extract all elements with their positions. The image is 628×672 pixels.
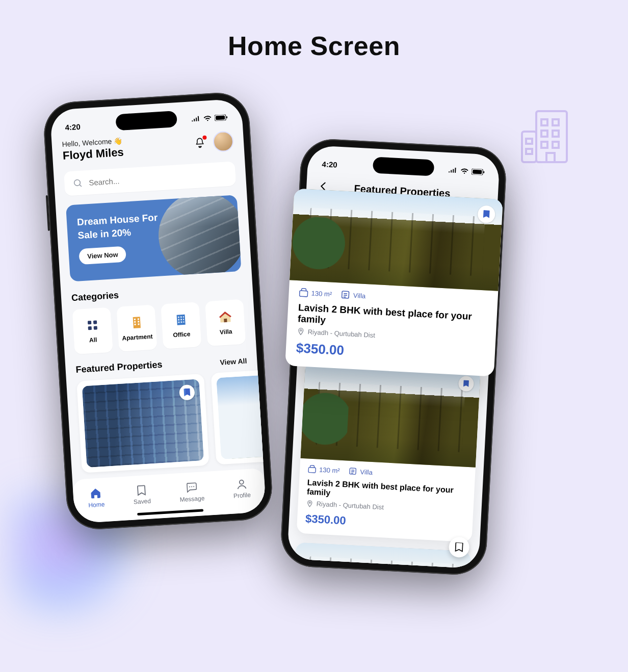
bookmark-icon xyxy=(136,484,147,496)
svg-point-49 xyxy=(300,329,302,331)
category-label: Villa xyxy=(220,328,232,335)
svg-rect-8 xyxy=(546,153,555,162)
svg-rect-5 xyxy=(553,131,559,137)
svg-rect-32 xyxy=(183,319,184,320)
svg-rect-2 xyxy=(541,119,547,125)
type-chip: Villa xyxy=(349,467,373,476)
svg-rect-42 xyxy=(473,170,482,174)
signal-icon xyxy=(191,116,201,122)
svg-point-46 xyxy=(309,502,310,503)
svg-point-38 xyxy=(191,486,192,487)
svg-rect-20 xyxy=(134,319,135,320)
status-time: 4:20 xyxy=(322,160,337,169)
type-chip: Villa xyxy=(341,290,366,301)
svg-rect-44 xyxy=(308,468,316,473)
category-all[interactable]: All xyxy=(72,307,113,354)
battery-icon xyxy=(472,169,485,175)
bookmark-icon xyxy=(455,542,463,552)
svg-rect-12 xyxy=(216,115,225,120)
svg-point-39 xyxy=(193,486,194,487)
promo-banner: Dream House For Sale in 20% View Now xyxy=(66,195,242,281)
category-label: Office xyxy=(173,330,191,339)
svg-rect-23 xyxy=(138,321,139,322)
svg-point-37 xyxy=(189,486,190,487)
svg-point-40 xyxy=(239,480,243,484)
promo-image xyxy=(156,195,241,281)
svg-rect-30 xyxy=(178,319,179,320)
search-field[interactable] xyxy=(64,161,236,196)
featured-card[interactable] xyxy=(76,374,210,473)
svg-rect-13 xyxy=(226,116,227,118)
property-price: $350.00 xyxy=(296,340,485,366)
svg-rect-17 xyxy=(88,326,91,330)
area-icon xyxy=(308,465,317,474)
bottom-nav: Home Saved Message Profile xyxy=(72,468,267,524)
property-card-highlighted[interactable]: 130 m² Villa Lavish 2 BHK with best plac… xyxy=(285,189,503,377)
search-icon xyxy=(72,178,83,189)
page-title: Home Screen xyxy=(0,31,628,61)
property-price: $350.00 xyxy=(305,512,464,533)
svg-rect-6 xyxy=(541,142,547,148)
svg-rect-15 xyxy=(87,321,91,324)
decorative-building-icon xyxy=(516,107,577,168)
nav-message[interactable]: Message xyxy=(179,480,205,503)
svg-rect-25 xyxy=(138,323,139,325)
apartment-icon xyxy=(129,315,144,330)
svg-rect-28 xyxy=(180,316,181,318)
svg-rect-35 xyxy=(183,321,184,323)
property-image xyxy=(293,542,471,568)
nav-label: Saved xyxy=(134,498,151,506)
location-icon xyxy=(306,500,313,507)
property-card[interactable]: 130 m² Villa Lavish 2 BHK with best plac… xyxy=(297,361,481,542)
battery-icon xyxy=(215,114,228,121)
property-card[interactable] xyxy=(293,542,471,568)
svg-rect-16 xyxy=(93,320,96,324)
bookmark-button[interactable] xyxy=(477,205,495,223)
featured-card[interactable] xyxy=(211,370,267,465)
home-indicator xyxy=(137,509,203,515)
property-image xyxy=(290,189,503,291)
nav-label: Profile xyxy=(233,492,251,500)
svg-rect-43 xyxy=(483,171,484,173)
search-input[interactable] xyxy=(89,170,228,187)
avatar[interactable] xyxy=(213,131,234,152)
nav-saved[interactable]: Saved xyxy=(133,484,151,506)
nav-profile[interactable]: Profile xyxy=(232,478,251,500)
area-icon xyxy=(299,288,308,297)
bookmark-icon xyxy=(463,380,469,387)
nav-label: Home xyxy=(88,501,105,509)
svg-rect-10 xyxy=(526,149,532,154)
phone-home: 4:20 Hello, Welcome 👋 Floyd Miles xyxy=(42,91,274,531)
area-chip: 130 m² xyxy=(308,465,340,475)
notification-dot xyxy=(202,136,206,140)
category-villa[interactable]: Villa xyxy=(205,299,246,346)
home-icon xyxy=(89,486,102,499)
view-all-link[interactable]: View All xyxy=(220,357,247,367)
svg-rect-36 xyxy=(224,319,227,322)
category-apartment[interactable]: Apartment xyxy=(116,304,157,351)
svg-rect-19 xyxy=(133,317,140,328)
type-icon xyxy=(341,290,351,300)
category-office[interactable]: Office xyxy=(161,302,201,349)
promo-cta-button[interactable]: View Now xyxy=(78,246,126,265)
svg-rect-18 xyxy=(93,326,97,329)
svg-rect-7 xyxy=(553,142,559,148)
notifications-button[interactable] xyxy=(193,137,206,149)
user-name: Floyd Miles xyxy=(62,146,124,163)
featured-title: Featured Properties xyxy=(75,359,163,375)
message-icon xyxy=(185,481,198,494)
featured-image xyxy=(82,379,204,468)
svg-rect-21 xyxy=(137,318,139,320)
nav-label: Message xyxy=(179,495,204,503)
wifi-icon xyxy=(203,115,212,122)
bookmark-icon xyxy=(483,210,490,219)
property-image xyxy=(300,361,480,468)
nav-home[interactable]: Home xyxy=(87,486,105,509)
area-chip: 130 m² xyxy=(299,288,332,298)
bookmark-button[interactable] xyxy=(179,384,195,401)
svg-rect-47 xyxy=(299,291,307,297)
bookmark-button[interactable] xyxy=(458,376,475,392)
svg-rect-27 xyxy=(177,317,179,318)
dynamic-island xyxy=(373,157,435,176)
featured-image xyxy=(216,375,266,459)
